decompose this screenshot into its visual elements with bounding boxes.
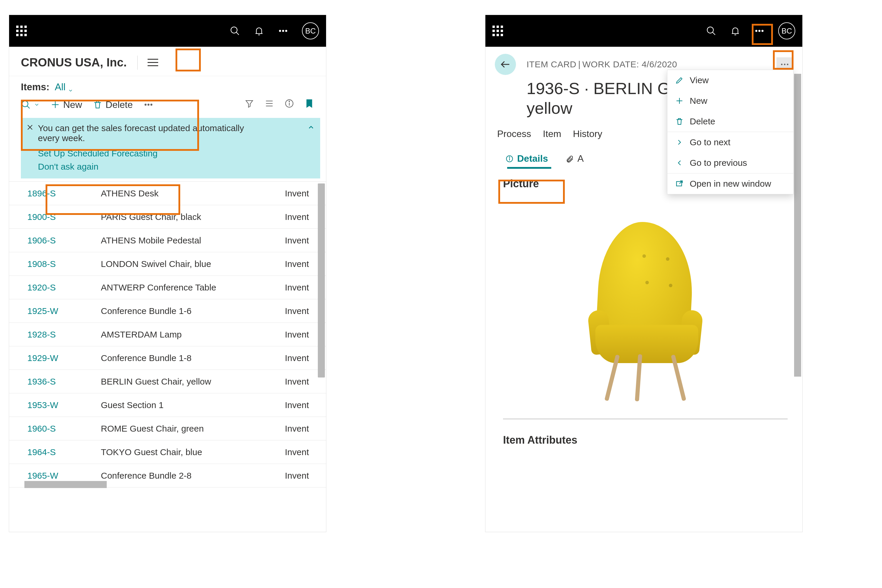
table-row[interactable]: 1964-STOKYO Guest Chair, blueInvent — [9, 440, 326, 464]
table-row[interactable]: 1936-SBERLIN Guest Chair, yellowInvent — [9, 370, 326, 393]
table-row[interactable]: 1908-SLONDON Swivel Chair, blueInvent — [9, 252, 326, 276]
svg-point-2 — [279, 30, 281, 32]
table-row[interactable]: 1925-WConference Bundle 1-6Invent — [9, 299, 326, 323]
table-row[interactable]: 1896-SATHENS DeskInvent — [9, 182, 326, 205]
svg-point-3 — [282, 30, 284, 32]
horizontal-scrollbar[interactable] — [24, 481, 107, 488]
banner-link-setup[interactable]: Set Up Scheduled Forecasting — [38, 147, 313, 160]
item-inventory: Invent — [285, 376, 326, 387]
svg-point-17 — [289, 101, 290, 102]
chair-image — [578, 213, 713, 401]
svg-point-26 — [781, 63, 783, 65]
menu-go-previous[interactable]: Go to previous — [668, 153, 793, 173]
item-desc: ROME Guest Chair, green — [101, 424, 285, 434]
item-no[interactable]: 1929-W — [27, 353, 101, 363]
subtab-attachments[interactable]: A — [561, 150, 588, 167]
item-no[interactable]: 1906-S — [27, 236, 101, 246]
item-no[interactable]: 1900-S — [27, 212, 101, 222]
item-desc: ATHENS Mobile Pedestal — [101, 236, 285, 246]
notifications-icon[interactable] — [254, 26, 264, 36]
list-view-icon[interactable] — [264, 99, 274, 111]
company-name: CRONUS USA, Inc. — [21, 56, 127, 69]
svg-point-10 — [148, 104, 149, 105]
svg-point-9 — [145, 104, 146, 105]
more-actions-button[interactable] — [144, 100, 153, 110]
item-no[interactable]: 1965-W — [27, 471, 101, 481]
menu-open-window[interactable]: Open in new window — [668, 174, 793, 194]
svg-point-28 — [787, 63, 788, 65]
item-desc: BERLIN Guest Chair, yellow — [101, 376, 285, 387]
svg-point-23 — [759, 30, 760, 32]
item-no[interactable]: 1925-W — [27, 306, 101, 316]
items-label: Items: — [21, 81, 50, 93]
subtab-details[interactable]: Details — [501, 150, 553, 167]
close-icon[interactable] — [26, 123, 34, 133]
items-table: 1896-SATHENS DeskInvent1900-SPARIS Guest… — [9, 182, 326, 488]
search-dropdown[interactable] — [21, 100, 40, 110]
svg-point-20 — [707, 27, 714, 33]
item-no[interactable]: 1908-S — [27, 259, 101, 269]
card-breadcrumb: ITEM CARD|WORK DATE: 4/6/2020 — [526, 59, 677, 69]
new-button[interactable]: New — [50, 99, 82, 110]
table-row[interactable]: 1929-WConference Bundle 1-8Invent — [9, 346, 326, 370]
item-no[interactable]: 1928-S — [27, 330, 101, 340]
app-launcher-icon[interactable] — [16, 26, 27, 36]
menu-button[interactable] — [145, 55, 160, 70]
mobile-item-card: BC ITEM CARD|WORK DATE: 4/6/2020 1936-S … — [485, 15, 802, 532]
chevron-down-icon — [68, 84, 73, 90]
svg-point-24 — [762, 30, 763, 32]
item-desc: Conference Bundle 1-6 — [101, 306, 285, 316]
table-row[interactable]: 1906-SATHENS Mobile PedestalInvent — [9, 229, 326, 252]
mobile-items-list: BC CRONUS USA, Inc. Items: All New — [9, 15, 326, 532]
more-icon[interactable] — [278, 26, 288, 36]
delete-button[interactable]: Delete — [93, 99, 133, 110]
banner-link-dismiss[interactable]: Don't ask again — [38, 160, 313, 173]
item-no[interactable]: 1960-S — [27, 424, 101, 434]
svg-line-6 — [27, 106, 30, 108]
collapse-icon[interactable] — [307, 123, 315, 133]
table-row[interactable]: 1928-SAMSTERDAM LampInvent — [9, 323, 326, 346]
bookmark-icon[interactable] — [304, 99, 314, 111]
banner-text: You can get the sales forecast updated a… — [38, 123, 261, 143]
app-launcher-icon[interactable] — [492, 26, 503, 36]
back-button[interactable] — [495, 54, 516, 75]
user-avatar[interactable]: BC — [778, 22, 795, 39]
vertical-scrollbar[interactable] — [318, 183, 325, 378]
item-no[interactable]: 1953-W — [27, 400, 101, 410]
more-icon[interactable] — [754, 26, 765, 36]
item-no[interactable]: 1964-S — [27, 447, 101, 457]
table-row[interactable]: 1900-SPARIS Guest Chair, blackInvent — [9, 205, 326, 229]
card-more-button[interactable] — [777, 57, 793, 72]
items-filter-dropdown[interactable]: All — [55, 81, 73, 93]
item-desc: ANTWERP Conference Table — [101, 282, 285, 292]
search-icon[interactable] — [706, 26, 717, 36]
tab-history[interactable]: History — [573, 129, 602, 140]
company-row: CRONUS USA, Inc. — [9, 47, 326, 76]
vertical-scrollbar[interactable] — [794, 74, 801, 376]
search-icon[interactable] — [230, 26, 240, 36]
divider — [137, 56, 138, 70]
notifications-icon[interactable] — [730, 26, 741, 36]
menu-new[interactable]: New — [668, 90, 793, 111]
tab-process[interactable]: Process — [497, 129, 531, 140]
table-row[interactable]: 1960-SROME Guest Chair, greenInvent — [9, 417, 326, 440]
table-row[interactable]: 1953-WGuest Section 1Invent — [9, 393, 326, 417]
system-topbar: BC — [9, 15, 326, 47]
user-avatar[interactable]: BC — [302, 22, 319, 39]
item-no[interactable]: 1920-S — [27, 282, 101, 292]
table-row[interactable]: 1920-SANTWERP Conference TableInvent — [9, 276, 326, 299]
item-no[interactable]: 1896-S — [27, 189, 101, 198]
filter-icon[interactable] — [244, 99, 254, 111]
svg-line-21 — [712, 32, 715, 35]
menu-view[interactable]: View — [668, 70, 793, 90]
menu-go-next[interactable]: Go to next — [668, 132, 793, 153]
item-inventory: Invent — [285, 400, 326, 410]
item-desc: LONDON Swivel Chair, blue — [101, 259, 285, 269]
svg-point-31 — [509, 157, 510, 157]
menu-delete[interactable]: Delete — [668, 111, 793, 132]
item-no[interactable]: 1936-S — [27, 376, 101, 387]
item-desc: Guest Section 1 — [101, 400, 285, 410]
item-inventory: Invent — [285, 471, 326, 481]
tab-item[interactable]: Item — [543, 129, 561, 140]
info-icon[interactable] — [284, 99, 294, 111]
